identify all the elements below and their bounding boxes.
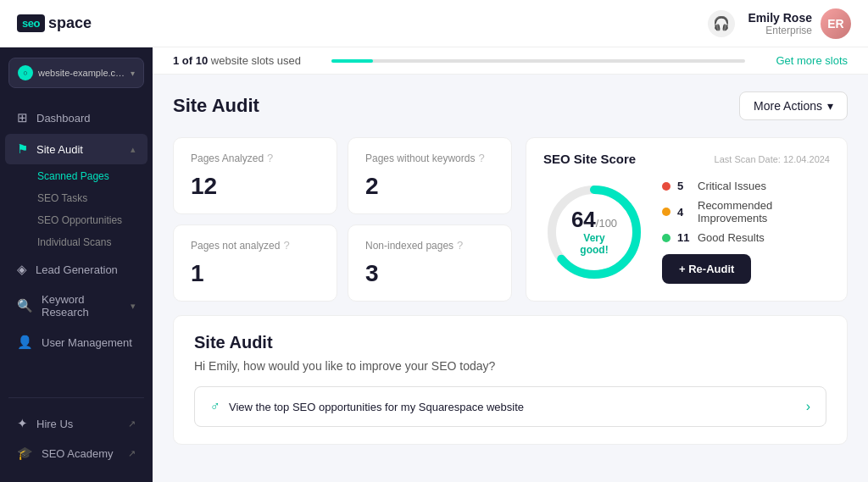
logo: seo space bbox=[17, 14, 92, 32]
promo-action-row[interactable]: ♂ View the top SEO opportunities for my … bbox=[194, 386, 826, 427]
audit-promo-card: Site Audit Hi Emily, how would you like … bbox=[173, 315, 848, 445]
website-icon: ○ bbox=[18, 65, 33, 80]
seo-opportunities-label: SEO Opportunities bbox=[37, 214, 122, 226]
stat-label: Pages Analyzed ? bbox=[191, 152, 320, 164]
main-layout: ○ website-example.com ▾ ⊞ Dashboard ⚑ Si… bbox=[0, 47, 868, 482]
score-circle: 64/100 Very good! bbox=[543, 181, 645, 283]
usage-progress-fill bbox=[331, 59, 373, 63]
dashboard-icon: ⊞ bbox=[17, 110, 28, 125]
chevron-up-icon: ▴ bbox=[131, 144, 136, 155]
keyword-research-icon: 🔍 bbox=[17, 298, 33, 313]
hire-us-label: Hire Us bbox=[36, 418, 120, 430]
promo-arrow-icon: › bbox=[806, 399, 810, 414]
external-link-icon: ↗ bbox=[128, 448, 136, 459]
logo-badge: seo bbox=[17, 14, 45, 32]
user-info: Emily Rose Enterprise ER bbox=[748, 8, 851, 39]
help-icon[interactable]: ? bbox=[267, 152, 273, 164]
stat-card-pages-not-analyzed: Pages not analyzed ? 1 bbox=[173, 224, 337, 302]
user-text: Emily Rose Enterprise bbox=[748, 11, 812, 36]
support-icon[interactable]: 🎧 bbox=[708, 10, 735, 37]
recommended-label: Recommended Improvements bbox=[698, 199, 830, 224]
scan-date: Last Scan Date: 12.04.2024 bbox=[715, 154, 830, 164]
legend-item-critical: 5 Critical Issues bbox=[662, 180, 830, 192]
recommended-count: 4 bbox=[677, 206, 691, 219]
page-title-row: Site Audit More Actions ▾ bbox=[173, 91, 848, 120]
promo-title: Site Audit bbox=[194, 333, 826, 352]
user-name: Emily Rose bbox=[748, 11, 812, 25]
logo-text: space bbox=[48, 14, 92, 32]
sidebar-item-user-management[interactable]: 👤 User Management bbox=[5, 327, 147, 357]
content-area: 1 of 10 website slots used Get more slot… bbox=[153, 47, 868, 482]
score-text-overlay: 64/100 Very good! bbox=[569, 208, 620, 256]
stat-label: Pages without keywords ? bbox=[365, 152, 494, 164]
website-name: website-example.com bbox=[38, 68, 125, 78]
sidebar-item-seo-academy[interactable]: 🎓 SEO Academy ↗ bbox=[5, 439, 147, 468]
sidebar-item-dashboard[interactable]: ⊞ Dashboard bbox=[5, 102, 147, 133]
sidebar-item-individual-scans[interactable]: Individual Scans bbox=[5, 231, 147, 253]
usage-bar-section: 1 of 10 website slots used Get more slot… bbox=[153, 47, 868, 75]
website-selector[interactable]: ○ website-example.com ▾ bbox=[8, 58, 144, 88]
more-actions-button[interactable]: More Actions ▾ bbox=[739, 91, 848, 120]
sidebar-item-hire-us[interactable]: ✦ Hire Us ↗ bbox=[5, 409, 147, 438]
external-link-icon: ↗ bbox=[128, 418, 136, 429]
usage-progress-bar bbox=[331, 59, 745, 63]
individual-scans-label: Individual Scans bbox=[37, 236, 111, 248]
help-icon[interactable]: ? bbox=[457, 239, 463, 252]
sidebar: ○ website-example.com ▾ ⊞ Dashboard ⚑ Si… bbox=[0, 47, 153, 482]
good-count: 11 bbox=[677, 231, 691, 244]
stat-value: 2 bbox=[365, 173, 494, 200]
header-right: 🎧 Emily Rose Enterprise ER bbox=[708, 8, 851, 39]
score-number: 64 bbox=[571, 207, 596, 232]
score-content: 64/100 Very good! 5 Critical Issues bbox=[543, 180, 830, 284]
promo-icon: ♂ bbox=[210, 399, 220, 414]
sidebar-item-label: Lead Generation bbox=[36, 263, 136, 276]
sidebar-item-keyword-research[interactable]: 🔍 Keyword Research ▾ bbox=[5, 285, 147, 326]
stat-label: Pages not analyzed ? bbox=[191, 239, 320, 252]
help-icon[interactable]: ? bbox=[478, 152, 484, 164]
help-icon[interactable]: ? bbox=[283, 239, 289, 252]
chevron-down-icon: ▾ bbox=[827, 99, 833, 113]
chevron-down-icon: ▾ bbox=[131, 69, 135, 78]
seo-academy-label: SEO Academy bbox=[42, 447, 120, 460]
page-title: Site Audit bbox=[173, 95, 259, 117]
stat-card-non-indexed-pages: Non-indexed pages ? 3 bbox=[348, 224, 512, 302]
sidebar-divider bbox=[8, 397, 144, 398]
legend-item-recommended: 4 Recommended Improvements bbox=[662, 199, 830, 224]
score-legend: 5 Critical Issues 4 Recommended Improvem… bbox=[662, 180, 830, 284]
chevron-down-icon: ▾ bbox=[131, 301, 136, 312]
user-management-icon: 👤 bbox=[17, 335, 33, 350]
sidebar-item-lead-generation[interactable]: ◈ Lead Generation bbox=[5, 254, 147, 285]
sidebar-item-scanned-pages[interactable]: Scanned Pages bbox=[5, 165, 147, 187]
scanned-pages-label: Scanned Pages bbox=[37, 170, 109, 182]
sidebar-item-label: User Management bbox=[42, 336, 136, 349]
re-audit-button[interactable]: + Re-Audit bbox=[662, 254, 751, 284]
score-card-header: SEO Site Score Last Scan Date: 12.04.202… bbox=[543, 152, 830, 166]
seo-score-card: SEO Site Score Last Scan Date: 12.04.202… bbox=[526, 137, 848, 302]
seo-academy-icon: 🎓 bbox=[17, 446, 33, 461]
avatar[interactable]: ER bbox=[821, 8, 851, 39]
sidebar-nav: ⊞ Dashboard ⚑ Site Audit ▴ Scanned Pages… bbox=[0, 98, 153, 392]
get-more-slots-link[interactable]: Get more slots bbox=[776, 54, 848, 67]
sidebar-item-seo-tasks[interactable]: SEO Tasks bbox=[5, 187, 147, 209]
promo-subtitle: Hi Emily, how would you like to improve … bbox=[194, 359, 826, 373]
lead-generation-icon: ◈ bbox=[17, 262, 27, 277]
content-inner: Site Audit More Actions ▾ Pages Analyzed… bbox=[153, 75, 868, 462]
critical-label: Critical Issues bbox=[698, 180, 766, 192]
good-label: Good Results bbox=[698, 231, 765, 244]
sidebar-item-site-audit[interactable]: ⚑ Site Audit ▴ bbox=[5, 134, 147, 164]
score-rating: Very good! bbox=[569, 232, 620, 256]
site-audit-icon: ⚑ bbox=[17, 141, 28, 157]
good-dot bbox=[662, 234, 670, 242]
stats-grid: Pages Analyzed ? 12 Pages without keywor… bbox=[173, 137, 512, 302]
stat-value: 1 bbox=[191, 260, 320, 287]
user-role: Enterprise bbox=[748, 25, 812, 36]
app-header: seo space 🎧 Emily Rose Enterprise ER bbox=[0, 0, 868, 47]
sidebar-item-seo-opportunities[interactable]: SEO Opportunities bbox=[5, 209, 147, 231]
score-denom: /100 bbox=[596, 217, 617, 230]
usage-text: 1 of 10 website slots used bbox=[173, 54, 301, 67]
promo-action-left: ♂ View the top SEO opportunities for my … bbox=[210, 399, 524, 414]
sidebar-item-label: Dashboard bbox=[36, 112, 136, 125]
stat-card-pages-analyzed: Pages Analyzed ? 12 bbox=[173, 137, 337, 214]
critical-dot bbox=[662, 182, 670, 191]
sidebar-item-label: Keyword Research bbox=[42, 293, 122, 319]
